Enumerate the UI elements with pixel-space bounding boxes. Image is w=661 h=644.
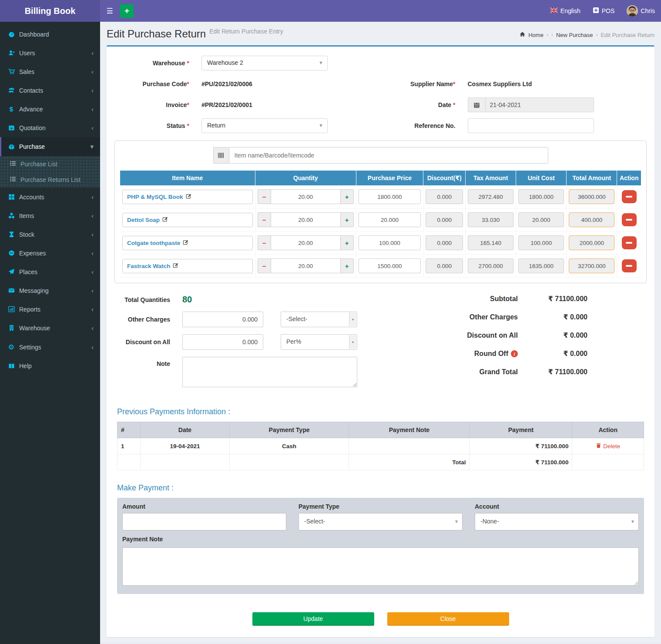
total-quantities-value: 80 <box>182 295 192 305</box>
remove-item-button[interactable] <box>622 259 637 272</box>
chevron-left-icon: ‹ <box>91 105 94 113</box>
supplier-label: Supplier Name <box>410 80 453 87</box>
qty-increase-button[interactable]: + <box>341 258 354 273</box>
qty-input[interactable] <box>271 212 341 227</box>
total-quantities-label: Total Quantities <box>117 296 182 303</box>
qty-decrease-button[interactable]: − <box>258 235 271 250</box>
sidebar-item-reports[interactable]: Reports‹ <box>0 300 100 319</box>
total-amount-value: 32700.000 <box>569 258 614 273</box>
sidebar-item-sales[interactable]: Sales‹ <box>0 62 100 81</box>
sidebar-item-quotation[interactable]: Quotation‹ <box>0 118 100 137</box>
brand-logo[interactable]: Billing Book <box>0 0 100 22</box>
sidebar-item-stock[interactable]: Stock‹ <box>0 225 100 244</box>
sidebar-item-settings[interactable]: ⚙ Settings‹ <box>0 337 100 357</box>
qty-decrease-button[interactable]: − <box>258 212 271 227</box>
language-menu[interactable]: English <box>544 0 587 22</box>
status-select[interactable]: Return▼ <box>201 118 328 133</box>
chevron-left-icon: ‹ <box>91 287 94 294</box>
paper-plane-icon <box>8 268 15 275</box>
purchase-price-input[interactable] <box>359 235 421 250</box>
remove-item-button[interactable] <box>622 236 637 249</box>
purchase-price-input[interactable] <box>359 258 421 273</box>
sidebar-item-purchase-list[interactable]: Purchase List <box>0 156 100 172</box>
cubes-icon <box>8 212 15 219</box>
amount-input[interactable] <box>122 513 286 530</box>
edit-icon[interactable] <box>173 262 179 270</box>
bar-chart-icon <box>8 306 15 312</box>
note-label: Note <box>117 357 182 367</box>
note-textarea[interactable] <box>182 357 357 387</box>
sidebar-item-purchase-returns-list[interactable]: Purchase Returns List <box>0 172 100 188</box>
sidebar-item-warehouse[interactable]: Warehouse‹ <box>0 319 100 337</box>
discount-total-label: Discount on All <box>457 332 518 339</box>
qty-input[interactable] <box>271 258 341 273</box>
cube-icon <box>8 144 15 150</box>
calendar-plus-icon <box>8 124 15 131</box>
sidebar-item-places[interactable]: Places‹ <box>0 262 100 281</box>
edit-icon[interactable] <box>162 216 168 224</box>
sidebar-item-items[interactable]: Items‹ <box>0 206 100 225</box>
breadcrumb-new-purchase[interactable]: New Purchase <box>556 32 593 38</box>
chevron-left-icon: ‹ <box>91 249 94 257</box>
sidebar-toggle-icon[interactable]: ☰ <box>100 0 119 22</box>
gears-icon: ⚙ <box>8 343 15 351</box>
quick-add-button[interactable]: + <box>120 4 134 18</box>
qty-input[interactable] <box>271 189 341 204</box>
tax-amount-value: 33.030 <box>468 212 513 227</box>
sidebar-item-accounts[interactable]: Accounts‹ <box>0 188 100 206</box>
invoice-label: Invoice <box>166 101 187 108</box>
tax-amount-value: 2700.000 <box>468 258 513 273</box>
qty-decrease-button[interactable]: − <box>258 258 271 273</box>
item-search-input[interactable] <box>229 147 548 164</box>
purchase-price-input[interactable] <box>359 189 421 204</box>
info-icon[interactable]: i <box>511 350 518 357</box>
purchase-price-input[interactable] <box>359 212 421 227</box>
sidebar-item-messaging[interactable]: Messaging‹ <box>0 281 100 300</box>
sidebar-item-help[interactable]: Help <box>0 357 100 375</box>
qty-input[interactable] <box>271 235 341 250</box>
item-name-link[interactable]: PHP & MySQL Book <box>127 194 183 200</box>
qty-increase-button[interactable]: + <box>341 212 354 227</box>
pos-button[interactable]: POS <box>587 0 621 22</box>
chevron-left-icon: ‹ <box>91 231 94 238</box>
edit-icon[interactable] <box>186 193 192 201</box>
qty-increase-button[interactable]: + <box>341 189 354 204</box>
sidebar-item-dashboard[interactable]: Dashboard <box>0 25 100 44</box>
other-charges-input[interactable] <box>182 312 263 327</box>
discount-value: 0.000 <box>426 189 463 204</box>
qty-increase-button[interactable]: + <box>341 235 354 250</box>
payment-type-select[interactable]: -Select-▼ <box>299 513 463 530</box>
remove-item-button[interactable] <box>622 190 637 203</box>
sidebar-item-advance[interactable]: $ Advance‹ <box>0 100 100 118</box>
sidebar-item-contacts[interactable]: Contacts‹ <box>0 81 100 100</box>
chevron-left-icon: ‹ <box>91 68 94 75</box>
purchase-code-value: #PU/2021/02/0006 <box>201 80 328 87</box>
other-charges-select[interactable]: -Select-▾ <box>281 312 357 327</box>
close-button[interactable]: Close <box>387 612 509 626</box>
discount-on-all-input[interactable] <box>182 334 263 350</box>
remove-item-button[interactable] <box>622 213 637 226</box>
update-button[interactable]: Update <box>252 612 374 626</box>
sidebar-item-expenses[interactable]: Expenses‹ <box>0 244 100 262</box>
sidebar-item-users[interactable]: Users‹ <box>0 44 100 62</box>
item-name-link[interactable]: Colgate toothpaste <box>127 240 180 246</box>
payment-note-textarea[interactable] <box>122 547 639 586</box>
col-purchase-price: Purchase Price <box>356 171 423 185</box>
edit-icon[interactable] <box>183 239 189 247</box>
col-payment-note: Payment Note <box>349 422 470 438</box>
user-name: Chris <box>641 7 655 14</box>
account-select[interactable]: -None-▼ <box>475 513 639 530</box>
reference-input[interactable] <box>468 118 594 133</box>
delete-payment-link[interactable]: Delete <box>596 443 620 449</box>
sidebar-item-purchase[interactable]: Purchase▾ <box>0 137 100 156</box>
payment-num: 1 <box>117 438 141 454</box>
item-name-link[interactable]: Fastrack Watch <box>127 263 170 269</box>
item-name-link[interactable]: Dettol Soap <box>127 217 160 223</box>
warehouse-select[interactable]: Warehouse 2▼ <box>201 56 328 70</box>
date-input[interactable] <box>485 97 594 112</box>
breadcrumb-home[interactable]: Home <box>528 32 544 38</box>
discount-type-select[interactable]: Per%▾ <box>281 334 357 350</box>
col-action: Action <box>617 171 641 185</box>
qty-decrease-button[interactable]: − <box>258 189 271 204</box>
user-menu[interactable]: Chris <box>621 0 661 22</box>
